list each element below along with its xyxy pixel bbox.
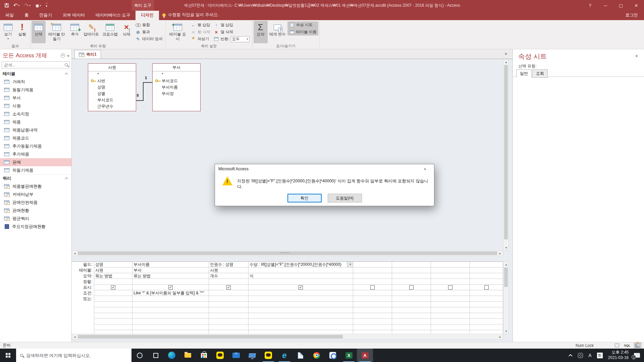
make-table-button[interactable]: 테이블 만들기 <box>46 21 68 43</box>
ribbon-tab-database-tools[interactable]: 데이터베이스 도구 <box>90 11 136 20</box>
scroll-right-icon[interactable]: ▸ <box>497 251 503 256</box>
field-list-employee[interactable]: 사원*사번성명성별부서코드근무년수 <box>88 63 136 111</box>
nav-section-queries[interactable]: 쿼리 <box>0 174 71 182</box>
dialog-close-icon[interactable]: × <box>419 167 431 172</box>
grid-cell[interactable] <box>392 290 431 296</box>
help-button[interactable]: 도움말(H) <box>328 194 362 202</box>
update-query-button[interactable]: 업데이트 <box>82 21 101 43</box>
grid-cell[interactable] <box>94 330 132 334</box>
grid-cell[interactable] <box>94 302 132 307</box>
grid-cell[interactable] <box>132 307 209 313</box>
ribbon-tab-file[interactable]: 파일 <box>0 11 19 20</box>
touch-mode-button[interactable]: ▾ <box>35 3 41 8</box>
grid-cell[interactable] <box>470 267 503 273</box>
nav-search-input[interactable] <box>4 63 65 67</box>
grid-cell[interactable] <box>94 290 132 296</box>
taskbar-polaris-button[interactable] <box>325 349 341 362</box>
grid-cell[interactable] <box>431 324 470 330</box>
insert-columns-button[interactable]: 열 삽입 <box>212 21 251 28</box>
grid-cell[interactable] <box>94 324 132 330</box>
grid-cell[interactable] <box>392 319 431 324</box>
taskbar-internet-explorer-button[interactable]: e <box>276 349 292 362</box>
grid-cell[interactable] <box>353 330 392 334</box>
ime-korean-indicator[interactable]: 한 <box>597 353 603 358</box>
union-query-button[interactable]: 통합 <box>133 21 164 28</box>
grid-cell[interactable] <box>470 296 503 302</box>
grid-cell[interactable] <box>353 313 392 319</box>
document-close-icon[interactable]: × <box>504 51 507 56</box>
scrollbar-thumb[interactable] <box>504 65 508 239</box>
ribbon-tab-home[interactable]: 홈 <box>19 11 34 20</box>
show-checkbox[interactable] <box>370 285 375 290</box>
datasheet-view-button[interactable] <box>613 343 621 348</box>
run-button[interactable]: 실행 <box>15 21 29 43</box>
collapse-pane-icon[interactable]: « <box>67 53 69 58</box>
grid-cell[interactable] <box>249 296 353 302</box>
scroll-up-icon[interactable]: ▴ <box>503 262 509 267</box>
grid-cell[interactable] <box>132 330 209 334</box>
field-row[interactable]: 부서코드 <box>88 97 136 103</box>
show-checkbox[interactable]: ✓ <box>111 285 115 290</box>
taskbar-search-input[interactable] <box>26 353 127 358</box>
nav-item[interactable]: 주요지점판매현황 <box>0 223 71 231</box>
grid-cell[interactable] <box>431 296 470 302</box>
pass-through-button[interactable]: 통과 <box>133 28 164 36</box>
grid-cell[interactable]: 성명 <box>94 262 132 267</box>
grid-cell[interactable] <box>431 313 470 319</box>
field-row[interactable]: 근무년수 <box>88 103 136 110</box>
grid-cell[interactable]: 사원 <box>94 267 132 273</box>
grid-cell[interactable]: 사원 <box>209 267 249 273</box>
taskbar-store-button[interactable] <box>196 349 212 362</box>
nav-item[interactable]: 추가제품 <box>0 150 71 158</box>
insert-rows-button[interactable]: 행 삽입 <box>189 21 212 28</box>
grid-cell[interactable] <box>392 279 431 285</box>
maximize-button[interactable]: ▢ <box>613 0 629 11</box>
grid-cell[interactable] <box>94 307 132 313</box>
scroll-down-icon[interactable]: ▾ <box>503 328 509 334</box>
redo-button[interactable]: ▾ <box>24 2 31 8</box>
grid-cell[interactable] <box>431 267 470 273</box>
property-sheet-button[interactable]: 속성 시트 <box>287 21 318 28</box>
tray-app-icon[interactable] <box>578 353 583 358</box>
view-button[interactable]: 보기▾ <box>1 21 15 43</box>
grid-cell[interactable] <box>249 324 353 330</box>
nav-item[interactable]: 하절기제품 <box>0 166 71 174</box>
grid-cell[interactable] <box>431 302 470 307</box>
grid-cell[interactable] <box>353 262 392 267</box>
taskbar-mail-button[interactable] <box>228 349 244 362</box>
join-line[interactable] <box>143 82 152 83</box>
sign-in-link[interactable]: 로그인 <box>626 12 638 18</box>
builder-button[interactable]: 작성기 <box>189 36 212 43</box>
grid-cell[interactable] <box>353 296 392 302</box>
scroll-up-icon[interactable]: ▴ <box>503 59 509 64</box>
grid-cell[interactable] <box>431 319 470 324</box>
ribbon-tab-external-data[interactable]: 외부 데이터 <box>57 11 90 20</box>
grid-cell[interactable] <box>249 279 353 285</box>
grid-vertical-scrollbar[interactable]: ▴ ▾ <box>503 261 509 334</box>
grid-cell[interactable] <box>249 313 353 319</box>
grid-cell[interactable]: 묶는 방법 <box>94 273 132 279</box>
totals-button[interactable]: 요약 <box>254 21 268 43</box>
grid-cell[interactable] <box>353 290 392 296</box>
scrollbar-thumb[interactable] <box>504 267 508 287</box>
grid-cell[interactable] <box>132 296 209 302</box>
taskbar-remote-desktop-button[interactable] <box>244 349 260 362</box>
field-row[interactable]: 성별 <box>88 90 136 97</box>
grid-cell[interactable] <box>94 319 132 324</box>
show-checkbox[interactable] <box>448 285 452 290</box>
grid-cell[interactable]: 수당 : IIf([성별]="F",[인원수]*20000,[인원수]*4000… <box>249 262 353 267</box>
grid-cell[interactable] <box>353 324 392 330</box>
design-view-button[interactable] <box>634 343 641 348</box>
grid-cell[interactable] <box>209 302 249 307</box>
property-sheet-close-icon[interactable]: × <box>635 53 638 59</box>
grid-cell[interactable] <box>353 302 392 307</box>
field-list-title[interactable]: 사원 <box>88 64 136 71</box>
taskbar-chrome-button[interactable] <box>309 349 325 362</box>
grid-cell[interactable] <box>132 324 209 330</box>
grid-cell[interactable] <box>209 290 249 296</box>
field-row[interactable]: * <box>88 71 136 78</box>
hidden-icons-chevron-icon[interactable] <box>569 354 572 358</box>
nav-item[interactable]: 제품코드 <box>0 134 71 142</box>
nav-item[interactable]: 사원 <box>0 102 71 110</box>
close-button[interactable]: ✕ <box>629 0 644 11</box>
